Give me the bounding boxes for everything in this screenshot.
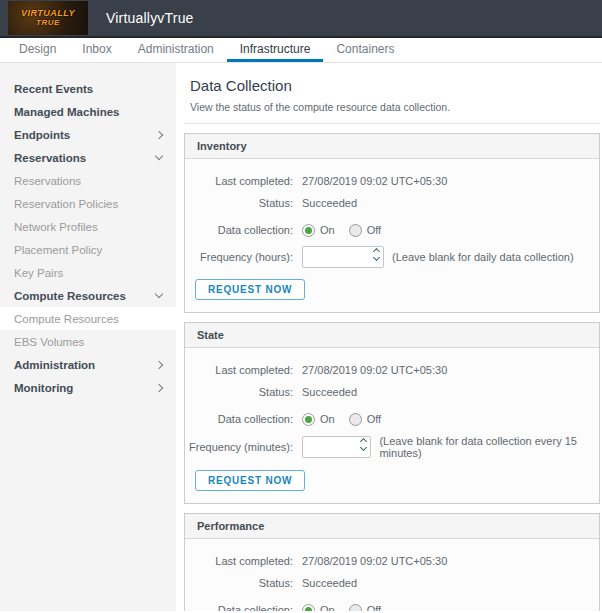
divider	[184, 123, 600, 124]
sidebar-item-administration[interactable]: Administration	[0, 353, 176, 376]
radio-off-label[interactable]: Off	[367, 224, 381, 236]
sidebar-item-compute-resources[interactable]: Compute Resources	[0, 307, 176, 330]
sidebar-item-key-pairs[interactable]: Key Pairs	[0, 261, 176, 284]
sidebar-item-reservations[interactable]: Reservations	[0, 169, 176, 192]
last-completed-label: Last completed:	[185, 175, 293, 187]
tab-design[interactable]: Design	[6, 38, 69, 62]
radio-off[interactable]	[349, 604, 362, 612]
section-performance-title: Performance	[185, 514, 599, 539]
number-stepper[interactable]	[361, 439, 366, 450]
sidebar-item-compute-resources-group[interactable]: Compute Resources	[0, 284, 176, 307]
sidebar-item-recent-events[interactable]: Recent Events	[0, 77, 176, 100]
last-completed-value: 27/08/2019 09:02 UTC+05:30	[302, 555, 447, 567]
data-collection-label: Data collection:	[185, 413, 293, 425]
chevron-right-icon	[155, 383, 163, 391]
last-completed-label: Last completed:	[185, 555, 293, 567]
request-now-button[interactable]: REQUEST NOW	[195, 470, 305, 491]
stepper-down-icon[interactable]	[360, 444, 367, 451]
brand-logo[interactable]: VIRTUALLY TRUE	[8, 1, 88, 35]
last-completed-label: Last completed:	[185, 364, 293, 376]
section-state: State Last completed:27/08/2019 09:02 UT…	[184, 322, 600, 504]
status-label: Status:	[185, 386, 293, 398]
radio-on-label[interactable]: On	[320, 224, 335, 236]
tab-administration[interactable]: Administration	[125, 38, 227, 62]
sidebar-item-reservation-policies[interactable]: Reservation Policies	[0, 192, 176, 215]
status-label: Status:	[185, 197, 293, 209]
data-collection-label: Data collection:	[185, 224, 293, 236]
brand-logo-text-1: VIRTUALLY	[21, 8, 75, 18]
sidebar-item-endpoints[interactable]: Endpoints	[0, 123, 176, 146]
page-title: Data Collection	[190, 77, 602, 94]
frequency-hint: (Leave blank for daily data collection)	[392, 251, 574, 263]
last-completed-value: 27/08/2019 09:02 UTC+05:30	[302, 364, 447, 376]
chevron-right-icon	[155, 360, 163, 368]
sidebar-item-managed-machines[interactable]: Managed Machines	[0, 100, 176, 123]
radio-off-label[interactable]: Off	[367, 604, 381, 611]
radio-off[interactable]	[349, 224, 362, 237]
chevron-right-icon	[155, 130, 163, 138]
radio-off-label[interactable]: Off	[367, 413, 381, 425]
radio-off[interactable]	[349, 413, 362, 426]
frequency-label: Frequency (minutes):	[185, 441, 293, 453]
sidebar-item-network-profiles[interactable]: Network Profiles	[0, 215, 176, 238]
frequency-label: Frequency (hours):	[185, 251, 293, 263]
stepper-down-icon[interactable]	[373, 254, 380, 261]
tab-containers[interactable]: Containers	[323, 38, 407, 62]
number-stepper[interactable]	[374, 249, 379, 260]
top-bar: VIRTUALLY TRUE VirtuallyvTrue	[0, 0, 602, 38]
section-state-title: State	[185, 323, 599, 348]
tab-infrastructure[interactable]: Infrastructure	[227, 38, 324, 62]
section-performance: Performance Last completed:27/08/2019 09…	[184, 513, 600, 611]
section-inventory-title: Inventory	[185, 134, 599, 159]
sidebar-item-monitoring[interactable]: Monitoring	[0, 376, 176, 399]
radio-on[interactable]	[302, 604, 315, 612]
sidebar-item-reservations-group[interactable]: Reservations	[0, 146, 176, 169]
app-title: VirtuallyvTrue	[106, 10, 194, 26]
sidebar: Recent Events Managed Machines Endpoints…	[0, 63, 176, 611]
main-content: Data Collection View the status of the c…	[176, 63, 602, 611]
last-completed-value: 27/08/2019 09:02 UTC+05:30	[302, 175, 447, 187]
data-collection-label: Data collection:	[185, 604, 293, 611]
sidebar-item-ebs-volumes[interactable]: EBS Volumes	[0, 330, 176, 353]
section-inventory: Inventory Last completed:27/08/2019 09:0…	[184, 133, 600, 313]
page-subtitle: View the status of the compute resource …	[190, 101, 602, 113]
radio-on-label[interactable]: On	[320, 413, 335, 425]
primary-nav: Design Inbox Administration Infrastructu…	[0, 38, 602, 63]
chevron-down-icon	[155, 290, 163, 298]
frequency-hint: (Leave blank for data collection every 1…	[379, 435, 585, 459]
radio-on-label[interactable]: On	[320, 604, 335, 611]
radio-on[interactable]	[302, 413, 315, 426]
status-value: Succeeded	[302, 577, 357, 589]
radio-on[interactable]	[302, 224, 315, 237]
chevron-down-icon	[155, 152, 163, 160]
brand-logo-text-2: TRUE	[36, 18, 60, 28]
request-now-button[interactable]: REQUEST NOW	[195, 279, 305, 300]
status-value: Succeeded	[302, 197, 357, 209]
tab-inbox[interactable]: Inbox	[69, 38, 124, 62]
status-value: Succeeded	[302, 386, 357, 398]
sidebar-item-placement-policy[interactable]: Placement Policy	[0, 238, 176, 261]
status-label: Status:	[185, 577, 293, 589]
